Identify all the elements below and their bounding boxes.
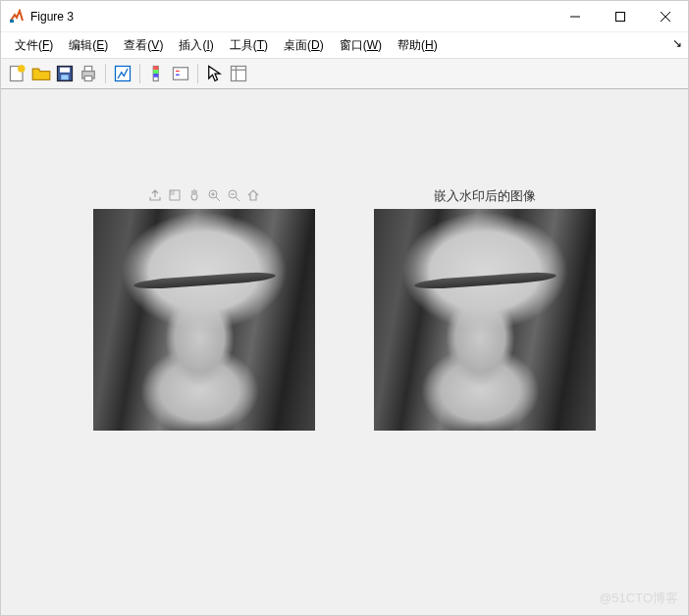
zoom-out-icon[interactable] bbox=[226, 187, 241, 207]
window-title: Figure 3 bbox=[30, 10, 553, 24]
menu-window[interactable]: 窗口(W) bbox=[332, 34, 390, 57]
insert-colorbar-button[interactable] bbox=[146, 63, 168, 84]
maximize-button[interactable] bbox=[598, 1, 643, 32]
toolbar bbox=[1, 58, 688, 89]
svg-line-31 bbox=[236, 197, 239, 201]
toolbar-separator bbox=[139, 64, 140, 83]
edit-plot-button[interactable] bbox=[204, 63, 226, 84]
open-button[interactable] bbox=[30, 63, 52, 84]
print-button[interactable] bbox=[78, 63, 99, 84]
menubar: 文件(F) 编辑(E) 查看(V) 插入(I) 工具(T) 桌面(D) 窗口(W… bbox=[1, 32, 688, 58]
svg-rect-9 bbox=[61, 75, 69, 79]
svg-rect-17 bbox=[153, 74, 158, 77]
matlab-icon bbox=[9, 9, 25, 25]
svg-line-27 bbox=[216, 197, 220, 201]
insert-legend-button[interactable] bbox=[170, 63, 191, 84]
svg-rect-21 bbox=[232, 67, 246, 81]
svg-rect-12 bbox=[84, 77, 92, 81]
menu-insert[interactable]: 插入(I) bbox=[171, 34, 221, 57]
svg-rect-25 bbox=[170, 190, 175, 195]
toolbar-separator bbox=[197, 64, 198, 83]
dock-arrow-icon[interactable]: ↘ bbox=[672, 36, 682, 50]
svg-rect-11 bbox=[84, 67, 92, 72]
property-inspector-button[interactable] bbox=[228, 63, 249, 84]
link-plot-button[interactable] bbox=[112, 63, 133, 84]
subplot-left bbox=[93, 187, 315, 431]
plot-title-right: 嵌入水印后的图像 bbox=[434, 187, 536, 207]
menu-desktop[interactable]: 桌面(D) bbox=[276, 34, 332, 57]
svg-point-6 bbox=[18, 65, 26, 73]
svg-rect-18 bbox=[174, 68, 188, 80]
window-controls bbox=[553, 1, 688, 32]
minimize-button[interactable] bbox=[553, 1, 598, 32]
menu-view[interactable]: 查看(V) bbox=[116, 34, 171, 57]
close-button[interactable] bbox=[643, 1, 688, 32]
menu-file[interactable]: 文件(F) bbox=[7, 34, 61, 57]
page-watermark: @51CTO博客 bbox=[599, 590, 678, 607]
svg-rect-15 bbox=[153, 67, 158, 71]
figure-canvas: 嵌入水印后的图像 @51CTO博客 bbox=[1, 89, 688, 615]
svg-rect-2 bbox=[616, 12, 625, 21]
pan-icon[interactable] bbox=[186, 187, 202, 207]
brush-icon[interactable] bbox=[167, 187, 183, 207]
new-figure-button[interactable] bbox=[7, 63, 28, 84]
titlebar: Figure 3 bbox=[1, 1, 688, 32]
svg-rect-0 bbox=[10, 20, 14, 23]
zoom-in-icon[interactable] bbox=[206, 187, 222, 207]
save-button[interactable] bbox=[54, 63, 76, 84]
axes-toolbar bbox=[147, 187, 261, 207]
image-original[interactable] bbox=[93, 209, 315, 431]
svg-rect-8 bbox=[60, 68, 70, 73]
subplot-right: 嵌入水印后的图像 bbox=[374, 187, 596, 431]
image-watermarked[interactable] bbox=[374, 209, 596, 431]
menu-help[interactable]: 帮助(H) bbox=[390, 34, 446, 57]
menu-tools[interactable]: 工具(T) bbox=[222, 34, 276, 57]
home-icon[interactable] bbox=[245, 187, 261, 207]
export-icon[interactable] bbox=[147, 187, 163, 207]
svg-rect-16 bbox=[153, 70, 158, 74]
toolbar-separator bbox=[105, 64, 106, 83]
menu-edit[interactable]: 编辑(E) bbox=[61, 34, 116, 57]
